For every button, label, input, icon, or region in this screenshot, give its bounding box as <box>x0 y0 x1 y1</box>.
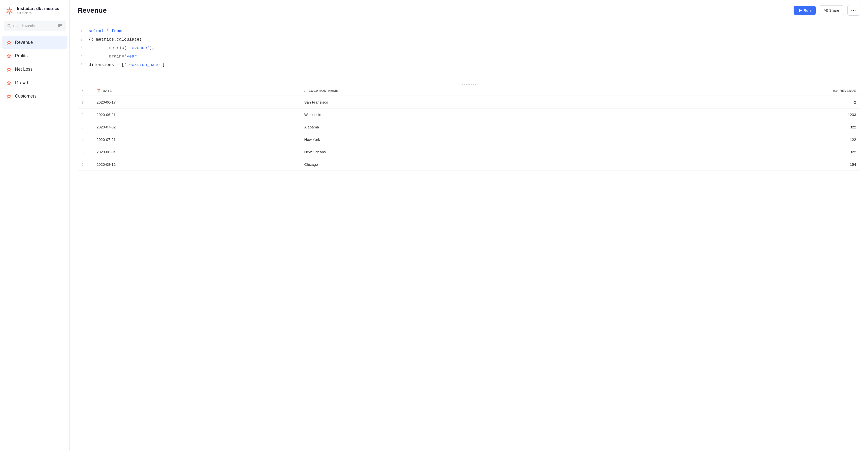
cell-revenue-3: 122 <box>623 133 860 146</box>
drag-dot-4 <box>468 84 470 85</box>
col-header-location[interactable]: A LOCATION_NAME <box>300 86 623 96</box>
header-actions: Run Share ··· <box>794 5 860 16</box>
code-content-4: grain='year' <box>89 52 140 61</box>
app-subtitle: dbt metrics <box>17 11 59 15</box>
line-num-1: 1 <box>78 28 83 35</box>
svg-point-0 <box>8 10 11 12</box>
col-header-date[interactable]: 📅 DATE <box>93 86 300 96</box>
page-header: Revenue Run Share ··· <box>70 0 868 21</box>
cell-num-3: 4 <box>78 133 93 146</box>
cell-date-5: 2020-08-12 <box>93 158 300 171</box>
cell-date-0: 2020-06-17 <box>93 96 300 109</box>
code-content-1: select * from <box>89 27 122 35</box>
logo-area: Instadart-dbt-metrics dbt metrics <box>0 6 69 21</box>
growth-icon <box>6 80 12 86</box>
code-content-3: metric('revenue'), <box>89 44 155 52</box>
cell-location-0: San Fransisco <box>300 96 623 109</box>
cell-num-0: 1 <box>78 96 93 109</box>
share-icon <box>824 8 828 12</box>
sidebar-item-revenue-label: Revenue <box>15 40 33 45</box>
svg-point-8 <box>8 69 10 70</box>
svg-rect-12 <box>824 10 825 11</box>
cell-date-4: 2020-08-04 <box>93 146 300 158</box>
table-row: 1 2020-06-17 San Fransisco 2 <box>78 96 860 109</box>
drag-dot-7 <box>475 84 476 85</box>
sidebar-item-growth-label: Growth <box>15 80 29 85</box>
drag-dot-5 <box>471 84 472 85</box>
svg-marker-11 <box>799 9 802 12</box>
table-row: 5 2020-08-04 New Orleans 322 <box>78 146 860 158</box>
cell-date-1: 2020-06-21 <box>93 109 300 121</box>
drag-dot-6 <box>473 84 474 85</box>
revenue-col-icon: 0.0 <box>833 89 838 93</box>
cell-num-4: 5 <box>78 146 93 158</box>
sidebar-item-profits[interactable]: Profits <box>2 49 67 62</box>
sidebar-item-customers[interactable]: Customers <box>2 90 67 102</box>
customers-icon <box>6 93 12 99</box>
play-icon <box>799 9 802 12</box>
net-loss-icon <box>6 66 12 72</box>
code-line-3: 3 metric('revenue'), <box>78 44 860 52</box>
cell-revenue-5: 154 <box>623 158 860 171</box>
page-title: Revenue <box>78 6 107 14</box>
cell-location-1: Wisconsin <box>300 109 623 121</box>
cell-revenue-1: 1233 <box>623 109 860 121</box>
drag-dot-1 <box>462 84 463 85</box>
svg-line-2 <box>10 27 11 28</box>
search-icon <box>7 24 11 28</box>
cell-location-2: Alabama <box>300 121 623 133</box>
results-table: # 📅 DATE A LOCATION_NAME 0.0 Revenue <box>78 86 860 171</box>
code-editor: 1 select * from 2 {{ metrics.calculate( … <box>78 27 860 78</box>
logo-text: Instadart-dbt-metrics dbt metrics <box>17 6 59 15</box>
table-row: 2 2020-06-21 Wisconsin 1233 <box>78 109 860 121</box>
sidebar-item-growth[interactable]: Growth <box>2 76 67 89</box>
search-left: Search Metrics <box>7 24 36 28</box>
code-content-5: dimensions = ['location_name'] <box>89 61 165 69</box>
search-box[interactable]: Search Metrics <box>4 21 65 31</box>
svg-point-9 <box>8 82 10 84</box>
line-num-2: 2 <box>78 36 83 43</box>
cell-location-4: New Orleans <box>300 146 623 158</box>
sidebar-item-customers-label: Customers <box>15 94 37 99</box>
share-button[interactable]: Share <box>819 5 844 15</box>
cell-num-1: 2 <box>78 109 93 121</box>
nav-items: Revenue Profits Net Loss Growth <box>0 36 69 102</box>
app-name: Instadart-dbt-metrics <box>17 6 59 11</box>
code-line-6: 6 <box>78 69 860 78</box>
dbt-logo-icon <box>5 6 14 15</box>
table-row: 4 2020-07-21 New York 122 <box>78 133 860 146</box>
drag-handle[interactable] <box>78 82 860 86</box>
cell-revenue-2: 322 <box>623 121 860 133</box>
run-button[interactable]: Run <box>794 6 816 15</box>
col-header-revenue[interactable]: 0.0 Revenue <box>623 86 860 96</box>
cell-num-2: 3 <box>78 121 93 133</box>
line-num-5: 5 <box>78 61 83 69</box>
sidebar-item-revenue[interactable]: Revenue <box>2 36 67 49</box>
cell-date-2: 2020-07-02 <box>93 121 300 133</box>
cell-num-5: 6 <box>78 158 93 171</box>
table-header: # 📅 DATE A LOCATION_NAME 0.0 Revenue <box>78 86 860 96</box>
cell-revenue-4: 322 <box>623 146 860 158</box>
more-button[interactable]: ··· <box>847 5 860 16</box>
svg-point-6 <box>8 42 10 43</box>
drag-dots <box>462 84 476 85</box>
cell-date-3: 2020-07-21 <box>93 133 300 146</box>
code-line-4: 4 grain='year' <box>78 52 860 61</box>
line-num-6: 6 <box>78 70 83 78</box>
line-num-3: 3 <box>78 44 83 52</box>
search-area: Search Metrics <box>0 21 69 36</box>
code-line-5: 5 dimensions = ['location_name'] <box>78 61 860 69</box>
svg-rect-13 <box>827 9 828 10</box>
sidebar-item-net-loss[interactable]: Net Loss <box>2 63 67 76</box>
line-num-4: 4 <box>78 53 83 60</box>
run-label: Run <box>804 8 811 12</box>
cell-location-3: New York <box>300 133 623 146</box>
sidebar-item-profits-label: Profits <box>15 53 28 59</box>
sort-icon[interactable] <box>58 23 62 29</box>
profits-icon <box>6 53 12 59</box>
cell-revenue-0: 2 <box>623 96 860 109</box>
drag-dot-3 <box>466 84 467 85</box>
location-col-icon: A <box>304 89 307 93</box>
more-label: ··· <box>851 8 856 13</box>
sidebar: Instadart-dbt-metrics dbt metrics Search… <box>0 0 70 451</box>
